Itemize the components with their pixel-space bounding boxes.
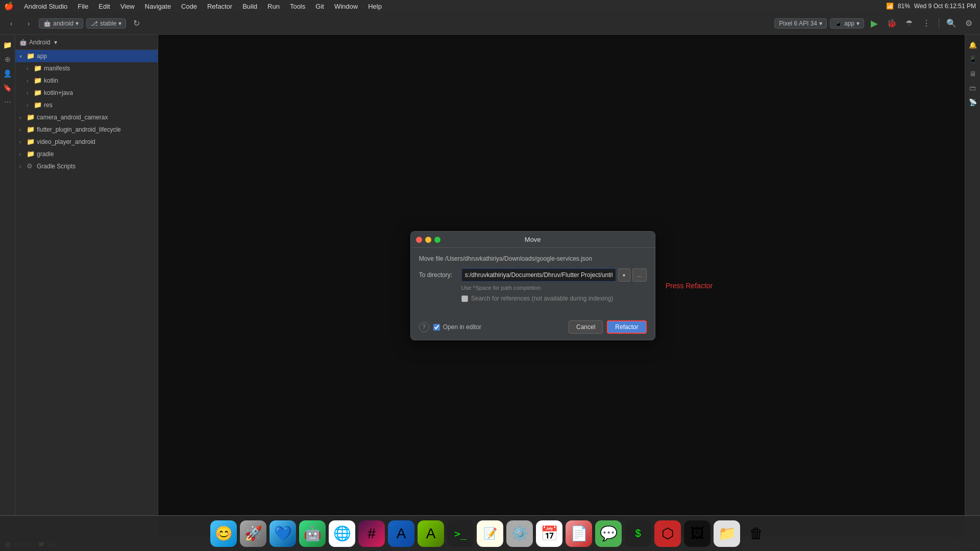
tree-label-flutter-lifecycle: flutter_plugin_android_lifecycle [37,126,121,133]
dock-files[interactable]: 📁 [714,520,740,547]
dock-sourcetree[interactable]: ⬡ [654,520,681,547]
device-label: Pixel 6 API 34 [779,20,817,27]
directory-input[interactable] [461,268,616,282]
sourcetree-icon: ⬡ [662,525,674,542]
menubar: 🍎 Android Studio File Edit View Navigate… [0,0,980,12]
menu-build[interactable]: Build [240,3,259,10]
project-icon[interactable]: 📁 [2,39,14,51]
close-button[interactable] [416,237,422,243]
menu-code[interactable]: Code [179,3,199,10]
chevron-down-icon2: ▾ [118,20,121,27]
slack-icon: # [368,525,376,542]
database-icon[interactable]: 🗃 [967,82,979,94]
more-icon[interactable]: ⋯ [2,96,14,108]
dock-studio2[interactable]: A [388,520,414,547]
cancel-button[interactable]: Cancel [569,320,603,334]
menu-window[interactable]: Window [332,3,360,10]
refresh-button[interactable]: ↻ [129,16,143,31]
terminal2-icon: $ [635,528,641,539]
open-in-editor-checkbox[interactable] [433,324,440,331]
dock-terminal[interactable]: >_ [447,520,474,547]
android-icon: 🤖 [43,20,51,27]
tree-item-flutter-lifecycle[interactable]: › 📁 flutter_plugin_android_lifecycle [15,123,158,136]
app-store-icon: A [426,525,436,542]
dock-launchpad[interactable]: 🚀 [240,520,266,547]
wifi-debug-icon[interactable]: 📡 [967,96,979,108]
structure-icon[interactable]: 👤 [2,67,14,80]
tree-item-kotlin[interactable]: › 📁 kotlin [15,74,158,87]
dock-notes[interactable]: 📝 [477,520,503,547]
dock-chrome[interactable]: 🌐 [329,520,355,547]
android-project-selector[interactable]: 🤖 android ▾ [39,18,83,29]
search-references-label: Search for references (not available dur… [471,295,614,302]
directory-browse-button[interactable]: … [632,268,647,282]
debug-button[interactable]: 🐞 [885,16,899,31]
tree-item-gradle[interactable]: › 📁 gradle [15,148,158,160]
dialog-footer: ? Open in editor Cancel Refactor [411,316,655,340]
tree-label-kotlin: kotlin [44,77,58,84]
menu-navigate[interactable]: Navigate [143,3,173,10]
help-button[interactable]: ? [419,322,429,332]
menu-tools[interactable]: Tools [288,3,307,10]
menu-edit[interactable]: Edit [96,3,112,10]
dialog-title: Move [525,236,541,243]
settings-button[interactable]: ⚙ [962,16,976,31]
back-button[interactable]: ‹ [4,16,18,31]
menu-android-studio[interactable]: Android Studio [22,3,69,10]
tree-item-kotlin-java[interactable]: › 📁 kotlin+java [15,87,158,99]
minimize-button[interactable] [425,237,431,243]
to-directory-label: To directory: [419,271,457,279]
more-run-options[interactable]: ⋮ [919,16,934,31]
menu-refactor[interactable]: Refactor [205,3,234,10]
menu-view[interactable]: View [118,3,137,10]
dock-pages[interactable]: 📄 [566,520,592,547]
chevron-down-icon3: ▾ [819,20,822,27]
panel-header[interactable]: 🤖 Android ▾ [15,35,158,50]
forward-button[interactable]: › [21,16,36,31]
calendar-icon: 📅 [541,525,558,542]
directory-dropdown-button[interactable]: ▾ [618,268,630,282]
trash-icon: 🗑 [749,525,764,542]
branch-selector[interactable]: ⎇ stable ▾ [86,18,126,29]
dock-slack[interactable]: # [358,520,385,547]
tree-item-video-player[interactable]: › 📁 video_player_android [15,136,158,148]
dock-calendar[interactable]: 📅 [536,520,562,547]
dock-system-prefs[interactable]: ⚙️ [506,520,533,547]
dock-finder[interactable]: 😊 [210,520,237,547]
tree-item-res[interactable]: › 📁 res [15,99,158,111]
menu-help[interactable]: Help [366,3,384,10]
tree-label-res: res [44,102,53,109]
bookmarks-icon[interactable]: 🔖 [2,82,14,94]
refactor-button[interactable]: Refactor [607,320,646,334]
dock-trash[interactable]: 🗑 [743,520,770,547]
tree-item-app[interactable]: ▾ 📁 app [15,50,158,62]
dock-flutter[interactable]: 💙 [270,520,296,547]
dock-messages[interactable]: 💬 [595,520,622,547]
apple-menu[interactable]: 🍎 [4,2,14,11]
search-button[interactable]: 🔍 [944,16,959,31]
tree-item-camera[interactable]: › 📁 camera_android_camerax [15,111,158,123]
branch-icon: ⎇ [91,20,98,27]
maximize-button[interactable] [434,237,440,243]
wifi-icon: 📶 [886,3,894,10]
menu-run[interactable]: Run [265,3,282,10]
search-references-checkbox[interactable] [461,295,468,302]
dock-app-store[interactable]: A [418,520,444,547]
coverage-button[interactable]: ☂ [902,16,916,31]
run-button[interactable]: ▶ [867,16,881,31]
directory-row: To directory: ▾ … [419,268,647,282]
device-selector[interactable]: Pixel 6 API 34 ▾ [774,18,827,29]
dock-terminal2[interactable]: $ [625,520,651,547]
menu-file[interactable]: File [76,3,90,10]
emulator-icon[interactable]: 🖥 [967,67,979,80]
dock-android-studio[interactable]: 🤖 [299,520,326,547]
tree-item-gradle-scripts[interactable]: › ⚙ Gradle Scripts [15,160,158,172]
vcs-icon[interactable]: ⊕ [2,53,14,65]
tree-item-manifests[interactable]: › 📁 manifests [15,62,158,74]
device-manager-icon[interactable]: 📱 [967,53,979,65]
app-selector[interactable]: 📱 app ▾ [830,18,864,29]
notifications-icon[interactable]: 🔔 [967,39,979,51]
tree-label-camera: camera_android_camerax [37,114,108,121]
menu-git[interactable]: Git [313,3,326,10]
dock-preview[interactable]: 🖼 [684,520,710,547]
